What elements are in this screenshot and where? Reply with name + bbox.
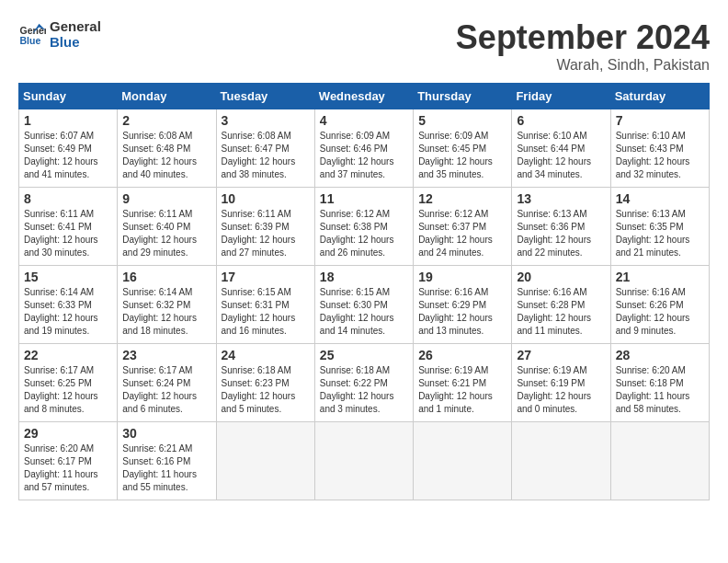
weekday-header-monday: Monday — [118, 84, 216, 109]
calendar-cell: 30 Sunrise: 6:21 AM Sunset: 6:16 PM Dayl… — [118, 422, 216, 500]
sunset: Sunset: 6:21 PM — [418, 378, 486, 388]
sunrise: Sunrise: 6:13 AM — [616, 209, 686, 219]
sunrise: Sunrise: 6:09 AM — [320, 131, 390, 141]
daylight: Daylight: 12 hours and 24 minutes. — [418, 235, 493, 258]
sunrise: Sunrise: 6:07 AM — [24, 131, 94, 141]
daylight: Daylight: 12 hours and 27 minutes. — [222, 235, 296, 258]
day-number: 7 — [616, 113, 704, 128]
day-number: 21 — [616, 270, 704, 284]
daylight: Daylight: 12 hours and 19 minutes. — [24, 313, 98, 336]
day-number: 26 — [418, 348, 506, 362]
sunset: Sunset: 6:17 PM — [24, 456, 92, 466]
sunrise: Sunrise: 6:14 AM — [122, 287, 192, 297]
day-info: Sunrise: 6:18 AM Sunset: 6:23 PM Dayligh… — [222, 364, 310, 416]
title-area: September 2024 Warah, Sindh, Pakistan — [456, 18, 710, 74]
day-number: 24 — [222, 348, 310, 362]
day-info: Sunrise: 6:17 AM Sunset: 6:25 PM Dayligh… — [24, 364, 112, 416]
sunset: Sunset: 6:49 PM — [24, 144, 92, 154]
day-info: Sunrise: 6:16 AM Sunset: 6:29 PM Dayligh… — [418, 286, 506, 338]
daylight: Daylight: 12 hours and 29 minutes. — [122, 235, 197, 258]
day-number: 8 — [24, 191, 112, 206]
sunset: Sunset: 6:48 PM — [122, 144, 190, 154]
day-number: 18 — [320, 270, 408, 284]
sunset: Sunset: 6:43 PM — [616, 144, 684, 154]
daylight: Daylight: 12 hours and 1 minute. — [418, 391, 493, 414]
calendar-header-row: SundayMondayTuesdayWednesdayThursdayFrid… — [19, 84, 710, 109]
daylight: Daylight: 12 hours and 40 minutes. — [122, 156, 197, 179]
sunrise: Sunrise: 6:18 AM — [320, 365, 390, 375]
day-number: 28 — [616, 348, 704, 362]
day-info: Sunrise: 6:16 AM Sunset: 6:28 PM Dayligh… — [517, 286, 605, 338]
sunrise: Sunrise: 6:17 AM — [122, 365, 192, 375]
sunset: Sunset: 6:41 PM — [24, 222, 92, 232]
day-info: Sunrise: 6:13 AM Sunset: 6:35 PM Dayligh… — [616, 208, 704, 259]
calendar-cell: 6 Sunrise: 6:10 AM Sunset: 6:44 PM Dayli… — [512, 109, 610, 188]
daylight: Daylight: 12 hours and 21 minutes. — [616, 235, 690, 258]
calendar-cell: 18 Sunrise: 6:15 AM Sunset: 6:30 PM Dayl… — [314, 266, 413, 344]
calendar-cell: 19 Sunrise: 6:16 AM Sunset: 6:29 PM Dayl… — [414, 266, 512, 344]
calendar-cell — [512, 422, 610, 500]
daylight: Daylight: 12 hours and 3 minutes. — [320, 391, 394, 414]
sunset: Sunset: 6:40 PM — [122, 222, 190, 232]
sunrise: Sunrise: 6:19 AM — [418, 365, 488, 375]
sunrise: Sunrise: 6:16 AM — [418, 287, 488, 297]
calendar-cell: 26 Sunrise: 6:19 AM Sunset: 6:21 PM Dayl… — [414, 344, 512, 422]
daylight: Daylight: 11 hours and 58 minutes. — [616, 391, 690, 414]
sunrise: Sunrise: 6:20 AM — [616, 365, 686, 375]
daylight: Daylight: 12 hours and 16 minutes. — [222, 313, 296, 336]
day-number: 12 — [418, 191, 506, 206]
day-info: Sunrise: 6:11 AM Sunset: 6:40 PM Dayligh… — [122, 208, 210, 259]
sunrise: Sunrise: 6:10 AM — [616, 131, 686, 141]
daylight: Daylight: 12 hours and 35 minutes. — [418, 156, 493, 179]
day-number: 5 — [418, 113, 506, 128]
daylight: Daylight: 12 hours and 41 minutes. — [24, 156, 98, 179]
day-info: Sunrise: 6:08 AM Sunset: 6:47 PM Dayligh… — [222, 130, 310, 181]
logo-text-general: General — [50, 18, 101, 34]
calendar-cell: 10 Sunrise: 6:11 AM Sunset: 6:39 PM Dayl… — [216, 188, 314, 266]
daylight: Daylight: 12 hours and 22 minutes. — [517, 235, 591, 258]
day-info: Sunrise: 6:19 AM Sunset: 6:21 PM Dayligh… — [418, 364, 506, 416]
weekday-header-friday: Friday — [512, 84, 610, 109]
calendar-cell: 2 Sunrise: 6:08 AM Sunset: 6:48 PM Dayli… — [118, 109, 216, 188]
day-info: Sunrise: 6:09 AM Sunset: 6:45 PM Dayligh… — [418, 130, 506, 181]
weekday-header-saturday: Saturday — [610, 84, 709, 109]
calendar-cell: 12 Sunrise: 6:12 AM Sunset: 6:37 PM Dayl… — [414, 188, 512, 266]
day-number: 4 — [320, 113, 408, 128]
calendar-cell — [610, 422, 709, 500]
day-info: Sunrise: 6:20 AM Sunset: 6:18 PM Dayligh… — [616, 364, 704, 416]
daylight: Daylight: 12 hours and 26 minutes. — [320, 235, 394, 258]
sunrise: Sunrise: 6:14 AM — [24, 287, 94, 297]
day-info: Sunrise: 6:15 AM Sunset: 6:31 PM Dayligh… — [222, 286, 310, 338]
sunset: Sunset: 6:19 PM — [517, 378, 585, 388]
daylight: Daylight: 12 hours and 9 minutes. — [616, 313, 690, 336]
sunrise: Sunrise: 6:11 AM — [222, 209, 291, 219]
sunset: Sunset: 6:29 PM — [418, 300, 486, 310]
weekday-header-sunday: Sunday — [19, 84, 118, 109]
day-info: Sunrise: 6:09 AM Sunset: 6:46 PM Dayligh… — [320, 130, 408, 181]
day-info: Sunrise: 6:14 AM Sunset: 6:32 PM Dayligh… — [122, 286, 210, 338]
logo-icon: General Blue — [18, 20, 46, 48]
day-info: Sunrise: 6:17 AM Sunset: 6:24 PM Dayligh… — [122, 364, 210, 416]
day-info: Sunrise: 6:11 AM Sunset: 6:41 PM Dayligh… — [24, 208, 112, 259]
calendar-cell: 13 Sunrise: 6:13 AM Sunset: 6:36 PM Dayl… — [512, 188, 610, 266]
day-info: Sunrise: 6:14 AM Sunset: 6:33 PM Dayligh… — [24, 286, 112, 338]
day-info: Sunrise: 6:10 AM Sunset: 6:43 PM Dayligh… — [616, 130, 704, 181]
sunrise: Sunrise: 6:12 AM — [418, 209, 488, 219]
day-info: Sunrise: 6:15 AM Sunset: 6:30 PM Dayligh… — [320, 286, 408, 338]
daylight: Daylight: 12 hours and 37 minutes. — [320, 156, 394, 179]
calendar-week-5: 29 Sunrise: 6:20 AM Sunset: 6:17 PM Dayl… — [19, 422, 710, 500]
calendar-cell: 8 Sunrise: 6:11 AM Sunset: 6:41 PM Dayli… — [19, 188, 118, 266]
logo: General Blue General Blue — [18, 18, 101, 50]
daylight: Daylight: 12 hours and 6 minutes. — [122, 391, 197, 414]
calendar-cell: 29 Sunrise: 6:20 AM Sunset: 6:17 PM Dayl… — [19, 422, 118, 500]
sunset: Sunset: 6:47 PM — [222, 144, 290, 154]
weekday-header-wednesday: Wednesday — [314, 84, 413, 109]
day-number: 27 — [517, 348, 605, 362]
calendar-cell — [314, 422, 413, 500]
day-number: 17 — [222, 270, 310, 284]
calendar-cell: 28 Sunrise: 6:20 AM Sunset: 6:18 PM Dayl… — [610, 344, 709, 422]
day-number: 10 — [222, 191, 310, 206]
svg-text:Blue: Blue — [20, 35, 41, 46]
calendar-cell: 1 Sunrise: 6:07 AM Sunset: 6:49 PM Dayli… — [19, 109, 118, 188]
day-number: 14 — [616, 191, 704, 206]
